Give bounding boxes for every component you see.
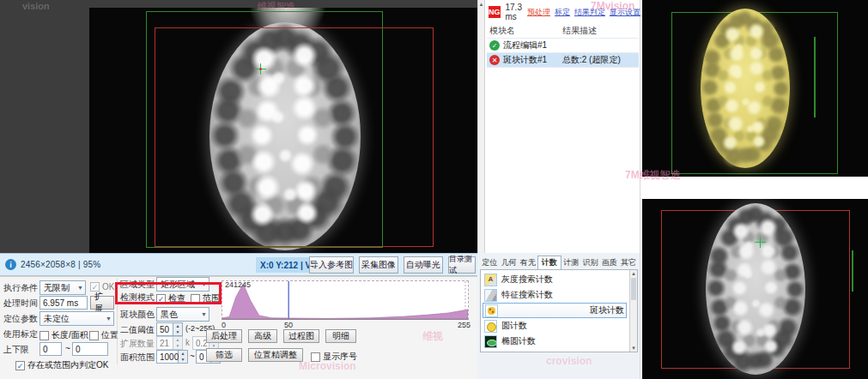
use-calibration-label: 使用标定: [3, 328, 38, 340]
process-time-label: 处理时间: [3, 298, 38, 310]
tool-item-feature-search-count[interactable]: 特征搜索计数: [483, 287, 627, 303]
area-min-stepper[interactable]: ▲▼: [179, 350, 188, 364]
directory-test-button[interactable]: 目录测试: [448, 256, 476, 274]
main-image-viewer[interactable]: [0, 0, 477, 253]
detail-button[interactable]: 明细: [325, 329, 356, 343]
table-row[interactable]: ✓流程编辑#1: [487, 39, 639, 53]
calibration-link[interactable]: 标定: [555, 7, 570, 18]
result-desc-header: 结果描述: [562, 25, 639, 37]
check-mode-checkbox[interactable]: 检查: [156, 292, 185, 304]
histogram-axis-ticks: 050255: [222, 321, 469, 329]
position-fine-adjust-button[interactable]: 位置精调整: [248, 348, 303, 362]
expand-count-stepper[interactable]: ▲▼: [173, 336, 183, 350]
tool-category-tabs: 定位 几何 有无 计数 计测 识别 画质 其它: [480, 256, 638, 269]
axis-tick: 0: [222, 321, 226, 329]
binary-threshold-stepper[interactable]: ▲▼: [173, 322, 183, 336]
checkbox-box: [191, 294, 200, 304]
viewer-status-bar: i 2456×2058×8 | 95% X:0 Y:212 | V:5 导入参考…: [0, 253, 477, 276]
roi-rect-red[interactable]: [155, 27, 434, 247]
checkbox-box: [39, 331, 49, 340]
auto-exposure-button[interactable]: 自动曝光: [404, 256, 443, 274]
axis-tick: 255: [458, 321, 470, 329]
exec-condition-select[interactable]: 无限制▼: [39, 280, 86, 295]
range-mode-checkbox[interactable]: 范围: [191, 292, 220, 304]
column-divider: [117, 279, 118, 364]
position-checkbox[interactable]: 位置: [89, 329, 118, 341]
tab-count[interactable]: 计数: [537, 256, 561, 270]
tool-item-gray-search-count[interactable]: 灰度搜索计数: [483, 272, 627, 287]
result-judge-link[interactable]: 结果判定: [574, 7, 605, 18]
length-area-checkbox[interactable]: 长度/面积: [39, 329, 88, 341]
expand-count-label: 扩展数量: [120, 338, 155, 350]
locate-param-select[interactable]: 未定位▼: [39, 311, 114, 326]
grab-image-button[interactable]: 采集图像: [359, 256, 398, 274]
scrollbar-thumb[interactable]: [631, 278, 636, 300]
table-header-row: 模块名 结果描述: [487, 24, 639, 39]
filter-button[interactable]: 筛选: [206, 348, 242, 362]
preprocess-link[interactable]: 预处理: [527, 7, 550, 18]
region-type-select[interactable]: 矩形区域▼: [156, 277, 209, 292]
blob-color-label: 斑块颜色: [120, 309, 155, 321]
show-index-checkbox[interactable]: 显示序号: [311, 351, 357, 363]
checkbox-box: [156, 294, 166, 304]
process-time-field[interactable]: 6.957 ms: [39, 296, 88, 310]
tool-item-circle-count[interactable]: 圆计数: [483, 318, 627, 334]
tab-geometry[interactable]: 几何: [499, 256, 518, 269]
green-marker-line: [852, 250, 853, 292]
feature-search-count-icon: [484, 289, 497, 302]
result-thumbnail-binarized[interactable]: [642, 0, 868, 177]
advanced-button[interactable]: 高级: [248, 329, 277, 343]
table-row[interactable]: ✕斑块计数#1 总数:2 (超限定): [487, 53, 639, 68]
tool-item-ellipse-count[interactable]: 椭圆计数: [483, 334, 627, 349]
chevron-down-icon: ▼: [201, 311, 207, 317]
result-thumbnail-source[interactable]: [642, 199, 868, 379]
area-min-field[interactable]: 1000: [156, 350, 179, 364]
tab-measure[interactable]: 计测: [561, 256, 580, 269]
expand-button[interactable]: 扩展: [90, 296, 114, 310]
exec-condition-label: 执行条件: [3, 282, 38, 294]
elapsed-time: 17.3 ms: [506, 3, 522, 21]
ellipse-count-icon: [484, 335, 497, 348]
post-process-button[interactable]: 后处理: [206, 329, 242, 343]
tab-other[interactable]: 其它: [619, 256, 638, 269]
chevron-down-icon: ▼: [201, 281, 207, 287]
display-settings-link[interactable]: 显示设置: [610, 7, 640, 18]
process-image-button[interactable]: 过程图: [283, 329, 319, 343]
binary-threshold-field[interactable]: 50: [156, 322, 173, 336]
checkbox-box: [311, 352, 320, 362]
limit-max-field[interactable]: 0: [72, 342, 108, 356]
tool-list-scrollbar[interactable]: [629, 270, 637, 352]
expand-count-field[interactable]: 21: [156, 336, 173, 350]
chevron-down-icon: ▼: [106, 316, 112, 322]
limits-label: 上下限: [3, 344, 29, 356]
checkbox-box: [15, 361, 25, 370]
viewer-scrollbar[interactable]: [477, 0, 485, 253]
tab-image-quality[interactable]: 画质: [600, 256, 619, 269]
chevron-down-icon: ▼: [77, 285, 83, 291]
import-reference-button[interactable]: 导入参考图: [309, 256, 354, 274]
tab-identify[interactable]: 识别: [580, 256, 599, 269]
region-type-label: 区域类型: [120, 279, 155, 291]
histogram-peak-value: 241245: [225, 280, 251, 289]
results-panel: NG 17.3 ms 预处理 标定 结果判定 显示设置 模块名 结果描述 ✓流程…: [485, 0, 640, 253]
tool-item-blob-count[interactable]: 斑块计数: [483, 303, 627, 318]
blob-count-icon: [485, 304, 498, 317]
circle-count-icon: [484, 320, 497, 333]
blob-color-select[interactable]: 黑色▼: [156, 307, 209, 322]
camera-image[interactable]: [89, 8, 477, 253]
tab-locate[interactable]: 定位: [480, 256, 499, 269]
exist-in-range-ok-checkbox[interactable]: 存在或范围内判定OK: [15, 359, 108, 371]
image-info: 2456×2058×8 | 95%: [21, 260, 100, 269]
k-label: k: [185, 338, 190, 347]
tilde-separator: ~: [65, 344, 70, 353]
brush-object-highlighted: [701, 9, 790, 168]
binary-threshold-label: 二值阈值: [120, 324, 155, 336]
tab-presence[interactable]: 有无: [519, 256, 537, 269]
info-icon: i: [5, 259, 16, 270]
area-range-label: 面积范围: [120, 352, 155, 364]
parameters-panel: 执行条件 无限制▼ OK 处理时间 6.957 ms 扩展 定位参数 未定位▼ …: [0, 276, 477, 379]
tool-library-panel: 定位 几何 有无 计数 计测 识别 画质 其它 灰度搜索计数 特征搜索计数 斑块…: [477, 253, 640, 379]
limit-min-field[interactable]: 0: [39, 342, 62, 356]
status-badge: NG: [489, 6, 501, 18]
check-icon: ✓: [489, 40, 500, 51]
